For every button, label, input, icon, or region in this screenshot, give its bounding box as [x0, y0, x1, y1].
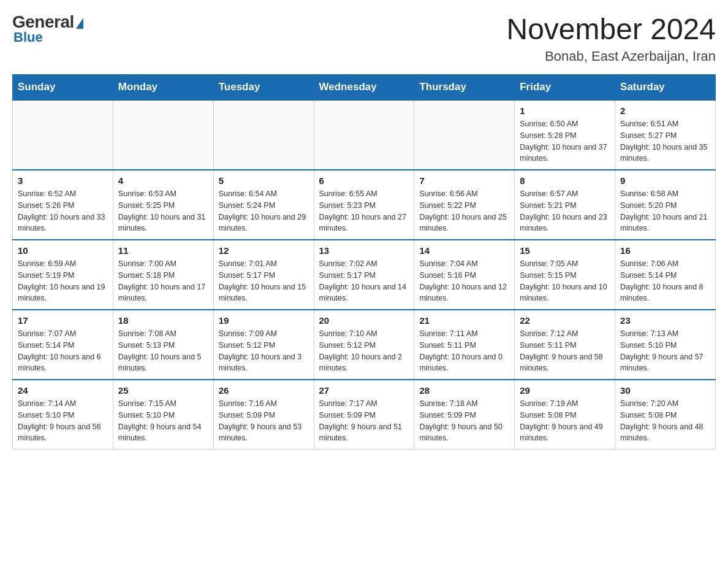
day-number: 25	[118, 385, 208, 396]
table-row: 8Sunrise: 6:57 AM Sunset: 5:21 PM Daylig…	[515, 170, 615, 240]
day-info: Sunrise: 7:07 AM Sunset: 5:14 PM Dayligh…	[18, 328, 108, 374]
day-info: Sunrise: 6:54 AM Sunset: 5:24 PM Dayligh…	[219, 188, 309, 234]
week-row-4: 24Sunrise: 7:14 AM Sunset: 5:10 PM Dayli…	[13, 380, 716, 450]
table-row: 27Sunrise: 7:17 AM Sunset: 5:09 PM Dayli…	[314, 380, 414, 450]
day-number: 16	[620, 245, 710, 256]
header-wednesday: Wednesday	[314, 75, 414, 101]
day-number: 11	[118, 245, 208, 256]
table-row: 3Sunrise: 6:52 AM Sunset: 5:26 PM Daylig…	[13, 170, 113, 240]
logo-triangle-icon	[76, 18, 83, 29]
week-row-2: 10Sunrise: 6:59 AM Sunset: 5:19 PM Dayli…	[13, 240, 716, 310]
day-info: Sunrise: 7:15 AM Sunset: 5:10 PM Dayligh…	[118, 398, 208, 444]
table-row: 25Sunrise: 7:15 AM Sunset: 5:10 PM Dayli…	[113, 380, 213, 450]
day-number: 29	[520, 385, 610, 396]
day-number: 7	[419, 175, 509, 186]
day-number: 8	[520, 175, 610, 186]
table-row: 4Sunrise: 6:53 AM Sunset: 5:25 PM Daylig…	[113, 170, 213, 240]
header-sunday: Sunday	[13, 75, 113, 101]
title-area: November 2024 Bonab, East Azerbaijan, Ir…	[506, 12, 716, 64]
day-info: Sunrise: 7:04 AM Sunset: 5:16 PM Dayligh…	[419, 258, 509, 304]
day-info: Sunrise: 7:05 AM Sunset: 5:15 PM Dayligh…	[520, 258, 610, 304]
week-row-3: 17Sunrise: 7:07 AM Sunset: 5:14 PM Dayli…	[13, 310, 716, 380]
day-info: Sunrise: 6:53 AM Sunset: 5:25 PM Dayligh…	[118, 188, 208, 234]
day-number: 4	[118, 175, 208, 186]
day-info: Sunrise: 7:14 AM Sunset: 5:10 PM Dayligh…	[18, 398, 108, 444]
day-number: 9	[620, 175, 710, 186]
week-row-1: 3Sunrise: 6:52 AM Sunset: 5:26 PM Daylig…	[13, 170, 716, 240]
day-number: 22	[520, 315, 610, 326]
day-number: 12	[219, 245, 309, 256]
day-info: Sunrise: 6:56 AM Sunset: 5:22 PM Dayligh…	[419, 188, 509, 234]
day-info: Sunrise: 7:18 AM Sunset: 5:09 PM Dayligh…	[419, 398, 509, 444]
day-info: Sunrise: 7:16 AM Sunset: 5:09 PM Dayligh…	[219, 398, 309, 444]
table-row: 2Sunrise: 6:51 AM Sunset: 5:27 PM Daylig…	[615, 100, 716, 170]
table-row: 12Sunrise: 7:01 AM Sunset: 5:17 PM Dayli…	[213, 240, 314, 310]
day-number: 2	[620, 105, 710, 116]
table-row	[13, 100, 113, 170]
table-row: 28Sunrise: 7:18 AM Sunset: 5:09 PM Dayli…	[414, 380, 515, 450]
days-of-week-row: SundayMondayTuesdayWednesdayThursdayFrid…	[13, 75, 716, 101]
table-row: 9Sunrise: 6:58 AM Sunset: 5:20 PM Daylig…	[615, 170, 716, 240]
day-number: 3	[18, 175, 108, 186]
header-thursday: Thursday	[414, 75, 515, 101]
day-number: 5	[219, 175, 309, 186]
table-row: 23Sunrise: 7:13 AM Sunset: 5:10 PM Dayli…	[615, 310, 716, 380]
day-number: 18	[118, 315, 208, 326]
day-info: Sunrise: 6:58 AM Sunset: 5:20 PM Dayligh…	[620, 188, 710, 234]
logo: General Blue	[12, 12, 83, 45]
table-row: 7Sunrise: 6:56 AM Sunset: 5:22 PM Daylig…	[414, 170, 515, 240]
day-number: 1	[520, 105, 610, 116]
header: General Blue November 2024 Bonab, East A…	[12, 12, 716, 64]
table-row: 26Sunrise: 7:16 AM Sunset: 5:09 PM Dayli…	[213, 380, 314, 450]
table-row: 10Sunrise: 6:59 AM Sunset: 5:19 PM Dayli…	[13, 240, 113, 310]
day-number: 21	[419, 315, 509, 326]
day-number: 24	[18, 385, 108, 396]
day-info: Sunrise: 7:02 AM Sunset: 5:17 PM Dayligh…	[319, 258, 409, 304]
day-info: Sunrise: 7:20 AM Sunset: 5:08 PM Dayligh…	[620, 398, 710, 444]
table-row: 24Sunrise: 7:14 AM Sunset: 5:10 PM Dayli…	[13, 380, 113, 450]
day-number: 20	[319, 315, 409, 326]
table-row: 6Sunrise: 6:55 AM Sunset: 5:23 PM Daylig…	[314, 170, 414, 240]
day-info: Sunrise: 6:52 AM Sunset: 5:26 PM Dayligh…	[18, 188, 108, 234]
day-info: Sunrise: 6:51 AM Sunset: 5:27 PM Dayligh…	[620, 118, 710, 164]
table-row: 16Sunrise: 7:06 AM Sunset: 5:14 PM Dayli…	[615, 240, 716, 310]
table-row: 22Sunrise: 7:12 AM Sunset: 5:11 PM Dayli…	[515, 310, 615, 380]
table-row: 1Sunrise: 6:50 AM Sunset: 5:28 PM Daylig…	[515, 100, 615, 170]
table-row	[414, 100, 515, 170]
day-info: Sunrise: 7:10 AM Sunset: 5:12 PM Dayligh…	[319, 328, 409, 374]
day-number: 28	[419, 385, 509, 396]
table-row: 17Sunrise: 7:07 AM Sunset: 5:14 PM Dayli…	[13, 310, 113, 380]
day-number: 30	[620, 385, 710, 396]
table-row: 11Sunrise: 7:00 AM Sunset: 5:18 PM Dayli…	[113, 240, 213, 310]
day-info: Sunrise: 6:50 AM Sunset: 5:28 PM Dayligh…	[520, 118, 610, 164]
day-number: 14	[419, 245, 509, 256]
table-row: 5Sunrise: 6:54 AM Sunset: 5:24 PM Daylig…	[213, 170, 314, 240]
table-row: 14Sunrise: 7:04 AM Sunset: 5:16 PM Dayli…	[414, 240, 515, 310]
header-tuesday: Tuesday	[213, 75, 314, 101]
day-info: Sunrise: 7:00 AM Sunset: 5:18 PM Dayligh…	[118, 258, 208, 304]
day-info: Sunrise: 6:59 AM Sunset: 5:19 PM Dayligh…	[18, 258, 108, 304]
week-row-0: 1Sunrise: 6:50 AM Sunset: 5:28 PM Daylig…	[13, 100, 716, 170]
day-number: 23	[620, 315, 710, 326]
table-row	[113, 100, 213, 170]
table-row: 29Sunrise: 7:19 AM Sunset: 5:08 PM Dayli…	[515, 380, 615, 450]
day-info: Sunrise: 7:12 AM Sunset: 5:11 PM Dayligh…	[520, 328, 610, 374]
table-row	[213, 100, 314, 170]
table-row: 15Sunrise: 7:05 AM Sunset: 5:15 PM Dayli…	[515, 240, 615, 310]
header-friday: Friday	[515, 75, 615, 101]
day-info: Sunrise: 7:06 AM Sunset: 5:14 PM Dayligh…	[620, 258, 710, 304]
day-number: 10	[18, 245, 108, 256]
day-number: 13	[319, 245, 409, 256]
calendar-table: SundayMondayTuesdayWednesdayThursdayFrid…	[12, 74, 716, 450]
day-info: Sunrise: 7:17 AM Sunset: 5:09 PM Dayligh…	[319, 398, 409, 444]
day-number: 6	[319, 175, 409, 186]
day-info: Sunrise: 7:08 AM Sunset: 5:13 PM Dayligh…	[118, 328, 208, 374]
day-info: Sunrise: 6:55 AM Sunset: 5:23 PM Dayligh…	[319, 188, 409, 234]
day-info: Sunrise: 7:13 AM Sunset: 5:10 PM Dayligh…	[620, 328, 710, 374]
day-info: Sunrise: 7:01 AM Sunset: 5:17 PM Dayligh…	[219, 258, 309, 304]
table-row: 13Sunrise: 7:02 AM Sunset: 5:17 PM Dayli…	[314, 240, 414, 310]
day-number: 26	[219, 385, 309, 396]
header-saturday: Saturday	[615, 75, 716, 101]
day-number: 27	[319, 385, 409, 396]
day-number: 17	[18, 315, 108, 326]
